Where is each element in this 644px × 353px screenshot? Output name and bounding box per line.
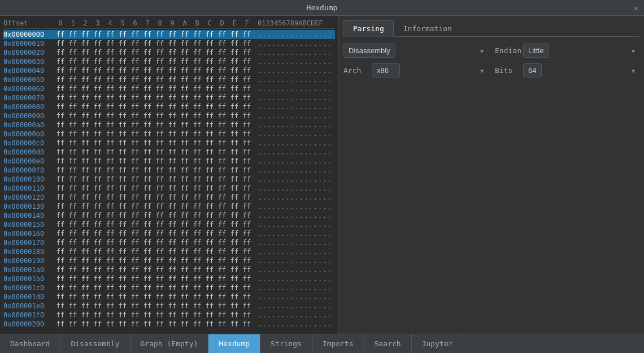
hex-byte: ff	[203, 302, 216, 311]
hex-byte: ff	[54, 175, 67, 184]
hexdump-panel[interactable]: Offset 0 1 2 3 4 5 6 7 8 9 A B C D E F 0…	[0, 16, 339, 334]
mode-select[interactable]: Disassembly	[343, 44, 395, 58]
arch-select[interactable]: x86 ARM MIPS	[372, 63, 400, 78]
hex-byte: ff	[116, 175, 129, 184]
hex-byte: ff	[141, 283, 154, 292]
hex-ascii: ................	[258, 102, 332, 111]
hex-byte: ff	[67, 139, 79, 148]
table-row[interactable]: 0x00000080ffffffffffffffffffffffffffffff…	[3, 102, 335, 111]
hex-byte: ff	[166, 311, 179, 320]
hex-byte: ff	[154, 48, 166, 57]
bottom-tab-strings[interactable]: Strings	[260, 334, 312, 353]
table-row[interactable]: 0x00000150ffffffffffffffffffffffffffffff…	[3, 220, 335, 229]
table-row[interactable]: 0x00000030ffffffffffffffffffffffffffffff…	[3, 57, 335, 66]
hex-byte: ff	[203, 120, 216, 130]
hex-byte: ff	[54, 48, 67, 57]
table-row[interactable]: 0x00000110ffffffffffffffffffffffffffffff…	[3, 184, 335, 193]
hex-byte: ff	[228, 166, 241, 175]
hex-byte: ff	[191, 292, 203, 302]
table-row[interactable]: 0x00000130ffffffffffffffffffffffffffffff…	[3, 202, 335, 211]
hex-byte: ff	[154, 220, 166, 229]
table-row[interactable]: 0x00000090ffffffffffffffffffffffffffffff…	[3, 111, 335, 120]
hex-byte: ff	[92, 75, 104, 84]
hex-byte: ff	[216, 265, 228, 274]
tab-parsing[interactable]: Parsing	[343, 20, 394, 37]
hex-byte: ff	[141, 265, 154, 274]
table-row[interactable]: 0x00000070ffffffffffffffffffffffffffffff…	[3, 93, 335, 102]
hex-byte: ff	[216, 175, 228, 184]
hex-byte: ff	[216, 130, 228, 139]
table-row[interactable]: 0x000000d0ffffffffffffffffffffffffffffff…	[3, 148, 335, 157]
hex-byte: ff	[166, 139, 179, 148]
hex-byte: ff	[228, 30, 241, 39]
hex-byte: ff	[154, 184, 166, 193]
hex-byte: ff	[92, 84, 104, 93]
hex-byte: ff	[104, 148, 116, 157]
hex-byte: ff	[92, 175, 104, 184]
table-row[interactable]: 0x00000120ffffffffffffffffffffffffffffff…	[3, 193, 335, 202]
table-row[interactable]: 0x00000180ffffffffffffffffffffffffffffff…	[3, 247, 335, 256]
hex-byte: ff	[191, 220, 203, 229]
bottom-tab-search[interactable]: Search	[364, 334, 412, 353]
bits-select[interactable]: 64 32 16	[523, 63, 542, 78]
table-row[interactable]: 0x00000050ffffffffffffffffffffffffffffff…	[3, 75, 335, 84]
bottom-tab-disassembly[interactable]: Disassembly	[60, 334, 130, 353]
hex-byte: ff	[179, 220, 191, 229]
hex-offset: 0x000000d0	[3, 148, 54, 157]
table-row[interactable]: 0x00000190ffffffffffffffffffffffffffffff…	[3, 256, 335, 265]
table-row[interactable]: 0x00000020ffffffffffffffffffffffffffffff…	[3, 48, 335, 57]
table-row[interactable]: 0x000001d0ffffffffffffffffffffffffffffff…	[3, 292, 335, 302]
hex-byte: ff	[166, 220, 179, 229]
hex-offset: 0x00000140	[3, 211, 54, 220]
bottom-tab-jupyter[interactable]: Jupyter	[412, 334, 464, 353]
hex-byte: ff	[203, 256, 216, 265]
table-row[interactable]: 0x000000a0ffffffffffffffffffffffffffffff…	[3, 120, 335, 130]
bottom-tab-imports[interactable]: Imports	[312, 334, 364, 353]
hex-byte: ff	[92, 247, 104, 256]
hex-byte: ff	[191, 256, 203, 265]
close-button[interactable]: ✕	[634, 3, 638, 12]
endian-label: Endian	[495, 46, 523, 55]
hex-byte: ff	[92, 39, 104, 48]
table-row[interactable]: 0x00000000ffffffffffffffffffffffffffffff…	[3, 30, 335, 39]
bottom-tab-hexdump[interactable]: Hexdump	[208, 334, 260, 353]
hex-offset: 0x00000030	[3, 57, 54, 66]
table-row[interactable]: 0x00000040ffffffffffffffffffffffffffffff…	[3, 66, 335, 75]
hex-byte: ff	[179, 48, 191, 57]
hex-byte: ff	[203, 57, 216, 66]
hex-byte: ff	[154, 39, 166, 48]
table-row[interactable]: 0x00000170ffffffffffffffffffffffffffffff…	[3, 238, 335, 247]
hex-byte: ff	[67, 130, 79, 139]
table-row[interactable]: 0x00000100ffffffffffffffffffffffffffffff…	[3, 175, 335, 184]
table-row[interactable]: 0x000001f0ffffffffffffffffffffffffffffff…	[3, 311, 335, 320]
table-row[interactable]: 0x00000200ffffffffffffffffffffffffffffff…	[3, 320, 335, 329]
bottom-tab-graph[interactable]: Graph (Empty)	[130, 334, 209, 353]
table-row[interactable]: 0x000000b0ffffffffffffffffffffffffffffff…	[3, 130, 335, 139]
hex-byte: ff	[241, 39, 253, 48]
table-row[interactable]: 0x000001c0ffffffffffffffffffffffffffffff…	[3, 283, 335, 292]
table-row[interactable]: 0x000000f0ffffffffffffffffffffffffffffff…	[3, 166, 335, 175]
hex-byte: ff	[166, 238, 179, 247]
hex-byte: ff	[92, 148, 104, 157]
hex-byte: ff	[104, 175, 116, 184]
table-row[interactable]: 0x000000c0ffffffffffffffffffffffffffffff…	[3, 139, 335, 148]
hex-byte: ff	[141, 130, 154, 139]
hex-byte: ff	[154, 320, 166, 329]
table-row[interactable]: 0x00000160ffffffffffffffffffffffffffffff…	[3, 229, 335, 238]
tab-information[interactable]: Information	[394, 20, 462, 36]
hex-offset: 0x00000120	[3, 193, 54, 202]
endian-select[interactable]: Little Big	[523, 44, 549, 58]
table-row[interactable]: 0x00000140ffffffffffffffffffffffffffffff…	[3, 211, 335, 220]
table-row[interactable]: 0x00000060ffffffffffffffffffffffffffffff…	[3, 84, 335, 93]
table-row[interactable]: 0x000000e0ffffffffffffffffffffffffffffff…	[3, 157, 335, 166]
table-row[interactable]: 0x000001b0ffffffffffffffffffffffffffffff…	[3, 274, 335, 283]
hex-byte: ff	[116, 274, 129, 283]
table-row[interactable]: 0x00000010ffffffffffffffffffffffffffffff…	[3, 39, 335, 48]
bottom-tab-dashboard[interactable]: Dashboard	[0, 334, 60, 353]
hex-byte: ff	[104, 311, 116, 320]
table-row[interactable]: 0x000001a0ffffffffffffffffffffffffffffff…	[3, 265, 335, 274]
hex-byte: ff	[79, 220, 92, 229]
hex-byte: ff	[241, 175, 253, 184]
table-row[interactable]: 0x000001e0ffffffffffffffffffffffffffffff…	[3, 302, 335, 311]
hex-byte: ff	[179, 202, 191, 211]
